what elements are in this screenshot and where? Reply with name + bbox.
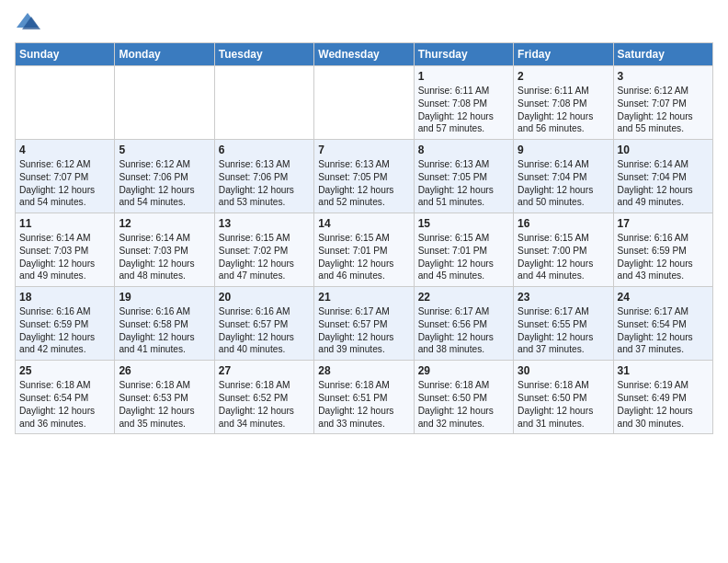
- calendar-cell: 10Sunrise: 6:14 AM Sunset: 7:04 PM Dayli…: [613, 140, 712, 213]
- day-number: 24: [618, 291, 709, 304]
- calendar-cell: 2Sunrise: 6:11 AM Sunset: 7:08 PM Daylig…: [514, 66, 613, 140]
- cell-content: Sunrise: 6:16 AM Sunset: 6:59 PM Dayligh…: [19, 305, 110, 356]
- day-number: 23: [518, 291, 609, 304]
- calendar-cell: 18Sunrise: 6:16 AM Sunset: 6:59 PM Dayli…: [16, 287, 115, 361]
- cell-content: Sunrise: 6:18 AM Sunset: 6:51 PM Dayligh…: [318, 379, 409, 430]
- calendar-cell: 17Sunrise: 6:16 AM Sunset: 6:59 PM Dayli…: [613, 213, 712, 287]
- calendar-cell: 15Sunrise: 6:15 AM Sunset: 7:01 PM Dayli…: [414, 213, 513, 287]
- calendar-cell: 27Sunrise: 6:18 AM Sunset: 6:52 PM Dayli…: [214, 361, 313, 434]
- calendar-cell: 31Sunrise: 6:19 AM Sunset: 6:49 PM Dayli…: [613, 361, 712, 434]
- calendar-cell: [16, 66, 115, 140]
- cell-content: Sunrise: 6:19 AM Sunset: 6:49 PM Dayligh…: [618, 379, 709, 430]
- calendar-header-row: SundayMondayTuesdayWednesdayThursdayFrid…: [16, 43, 713, 66]
- cell-content: Sunrise: 6:15 AM Sunset: 7:01 PM Dayligh…: [318, 232, 409, 282]
- day-number: 19: [119, 291, 210, 304]
- day-number: 7: [318, 144, 409, 156]
- cell-content: Sunrise: 6:17 AM Sunset: 6:57 PM Dayligh…: [318, 305, 409, 356]
- day-number: 31: [618, 364, 709, 377]
- calendar-cell: 25Sunrise: 6:18 AM Sunset: 6:54 PM Dayli…: [16, 361, 115, 434]
- cell-content: Sunrise: 6:13 AM Sunset: 7:05 PM Dayligh…: [418, 158, 509, 209]
- col-header-wednesday: Wednesday: [314, 43, 414, 66]
- cell-content: Sunrise: 6:11 AM Sunset: 7:08 PM Dayligh…: [518, 85, 609, 135]
- calendar-cell: 6Sunrise: 6:13 AM Sunset: 7:06 PM Daylig…: [214, 140, 313, 213]
- day-number: 1: [418, 70, 509, 83]
- cell-content: Sunrise: 6:17 AM Sunset: 6:54 PM Dayligh…: [618, 305, 709, 356]
- calendar-cell: 26Sunrise: 6:18 AM Sunset: 6:53 PM Dayli…: [115, 361, 214, 434]
- cell-content: Sunrise: 6:11 AM Sunset: 7:08 PM Dayligh…: [418, 85, 509, 135]
- day-number: 27: [219, 364, 310, 377]
- cell-content: Sunrise: 6:17 AM Sunset: 6:56 PM Dayligh…: [418, 305, 509, 356]
- calendar-cell: 14Sunrise: 6:15 AM Sunset: 7:01 PM Dayli…: [314, 213, 414, 287]
- cell-content: Sunrise: 6:15 AM Sunset: 7:00 PM Dayligh…: [518, 232, 609, 282]
- calendar-week-2: 11Sunrise: 6:14 AM Sunset: 7:03 PM Dayli…: [16, 213, 713, 287]
- cell-content: Sunrise: 6:16 AM Sunset: 6:59 PM Dayligh…: [618, 232, 709, 282]
- calendar-cell: 30Sunrise: 6:18 AM Sunset: 6:50 PM Dayli…: [514, 361, 613, 434]
- day-number: 16: [518, 217, 609, 230]
- calendar-cell: 1Sunrise: 6:11 AM Sunset: 7:08 PM Daylig…: [414, 66, 513, 140]
- calendar-cell: 21Sunrise: 6:17 AM Sunset: 6:57 PM Dayli…: [314, 287, 414, 361]
- calendar-cell: 4Sunrise: 6:12 AM Sunset: 7:07 PM Daylig…: [16, 140, 115, 213]
- day-number: 21: [318, 291, 409, 304]
- cell-content: Sunrise: 6:17 AM Sunset: 6:55 PM Dayligh…: [518, 305, 609, 356]
- day-number: 30: [518, 364, 609, 377]
- logo-icon: [15, 9, 40, 35]
- cell-content: Sunrise: 6:12 AM Sunset: 7:07 PM Dayligh…: [618, 85, 709, 135]
- day-number: 20: [219, 291, 310, 304]
- calendar-cell: 29Sunrise: 6:18 AM Sunset: 6:50 PM Dayli…: [414, 361, 513, 434]
- day-number: 11: [19, 217, 110, 230]
- col-header-sunday: Sunday: [16, 43, 115, 66]
- day-number: 2: [518, 70, 609, 83]
- col-header-tuesday: Tuesday: [214, 43, 313, 66]
- cell-content: Sunrise: 6:14 AM Sunset: 7:04 PM Dayligh…: [618, 158, 709, 209]
- day-number: 12: [119, 217, 210, 230]
- day-number: 26: [119, 364, 210, 377]
- calendar-cell: [214, 66, 313, 140]
- day-number: 8: [418, 144, 509, 156]
- day-number: 22: [418, 291, 509, 304]
- calendar-cell: 20Sunrise: 6:16 AM Sunset: 6:57 PM Dayli…: [214, 287, 313, 361]
- cell-content: Sunrise: 6:18 AM Sunset: 6:52 PM Dayligh…: [219, 379, 310, 430]
- day-number: 9: [518, 144, 609, 156]
- calendar-cell: 24Sunrise: 6:17 AM Sunset: 6:54 PM Dayli…: [613, 287, 712, 361]
- calendar-cell: 7Sunrise: 6:13 AM Sunset: 7:05 PM Daylig…: [314, 140, 414, 213]
- day-number: 18: [19, 291, 110, 304]
- day-number: 14: [318, 217, 409, 230]
- calendar-cell: 12Sunrise: 6:14 AM Sunset: 7:03 PM Dayli…: [115, 213, 214, 287]
- calendar-cell: 23Sunrise: 6:17 AM Sunset: 6:55 PM Dayli…: [514, 287, 613, 361]
- cell-content: Sunrise: 6:12 AM Sunset: 7:07 PM Dayligh…: [19, 158, 110, 209]
- calendar-cell: [115, 66, 214, 140]
- col-header-monday: Monday: [115, 43, 214, 66]
- cell-content: Sunrise: 6:18 AM Sunset: 6:54 PM Dayligh…: [19, 379, 110, 430]
- calendar-week-4: 25Sunrise: 6:18 AM Sunset: 6:54 PM Dayli…: [16, 361, 713, 434]
- calendar-cell: 9Sunrise: 6:14 AM Sunset: 7:04 PM Daylig…: [514, 140, 613, 213]
- day-number: 28: [318, 364, 409, 377]
- calendar-cell: 8Sunrise: 6:13 AM Sunset: 7:05 PM Daylig…: [414, 140, 513, 213]
- col-header-saturday: Saturday: [613, 43, 712, 66]
- calendar: SundayMondayTuesdayWednesdayThursdayFrid…: [15, 42, 713, 434]
- day-number: 17: [618, 217, 709, 230]
- logo: [15, 9, 44, 35]
- calendar-cell: 5Sunrise: 6:12 AM Sunset: 7:06 PM Daylig…: [115, 140, 214, 213]
- calendar-cell: 19Sunrise: 6:16 AM Sunset: 6:58 PM Dayli…: [115, 287, 214, 361]
- day-number: 29: [418, 364, 509, 377]
- day-number: 5: [119, 144, 210, 156]
- calendar-week-3: 18Sunrise: 6:16 AM Sunset: 6:59 PM Dayli…: [16, 287, 713, 361]
- cell-content: Sunrise: 6:15 AM Sunset: 7:02 PM Dayligh…: [219, 232, 310, 282]
- cell-content: Sunrise: 6:13 AM Sunset: 7:05 PM Dayligh…: [318, 158, 409, 209]
- day-number: 10: [618, 144, 709, 156]
- calendar-cell: 13Sunrise: 6:15 AM Sunset: 7:02 PM Dayli…: [214, 213, 313, 287]
- cell-content: Sunrise: 6:16 AM Sunset: 6:58 PM Dayligh…: [119, 305, 210, 356]
- day-number: 25: [19, 364, 110, 377]
- calendar-week-0: 1Sunrise: 6:11 AM Sunset: 7:08 PM Daylig…: [16, 66, 713, 140]
- cell-content: Sunrise: 6:18 AM Sunset: 6:53 PM Dayligh…: [119, 379, 210, 430]
- day-number: 4: [19, 144, 110, 156]
- calendar-cell: 3Sunrise: 6:12 AM Sunset: 7:07 PM Daylig…: [613, 66, 712, 140]
- cell-content: Sunrise: 6:15 AM Sunset: 7:01 PM Dayligh…: [418, 232, 509, 282]
- cell-content: Sunrise: 6:13 AM Sunset: 7:06 PM Dayligh…: [219, 158, 310, 209]
- cell-content: Sunrise: 6:16 AM Sunset: 6:57 PM Dayligh…: [219, 305, 310, 356]
- cell-content: Sunrise: 6:18 AM Sunset: 6:50 PM Dayligh…: [518, 379, 609, 430]
- cell-content: Sunrise: 6:14 AM Sunset: 7:03 PM Dayligh…: [19, 232, 110, 282]
- calendar-cell: 22Sunrise: 6:17 AM Sunset: 6:56 PM Dayli…: [414, 287, 513, 361]
- calendar-cell: 28Sunrise: 6:18 AM Sunset: 6:51 PM Dayli…: [314, 361, 414, 434]
- calendar-week-1: 4Sunrise: 6:12 AM Sunset: 7:07 PM Daylig…: [16, 140, 713, 213]
